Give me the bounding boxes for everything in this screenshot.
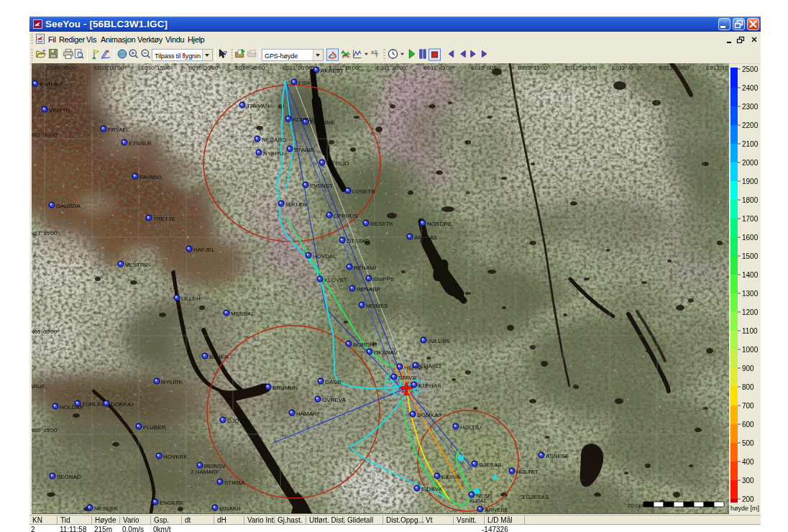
svg-text:AKREST: AKREST [321, 68, 344, 74]
svg-text:SEGNAD: SEGNAD [57, 474, 81, 480]
svg-text:VINSTR: VINSTR [49, 107, 70, 114]
svg-text:1100: 1100 [742, 327, 758, 335]
svg-text:GJOVIK: GJOVIK [227, 418, 249, 424]
svg-text:RENABR: RENABR [357, 286, 381, 293]
svg-text:NEGARD: NEGARD [262, 137, 286, 143]
svg-text:E010°45'00": E010°45'00" [235, 65, 267, 71]
svg-text:E012°30'00": E012°30'00" [565, 65, 597, 71]
svg-text:BIRIKR: BIRIKR [209, 354, 229, 360]
svg-text:KOPPAN: KOPPAN [293, 116, 316, 123]
svg-text:E012°15'00": E012°15'00" [518, 65, 549, 71]
svg-text:2100: 2100 [742, 140, 759, 148]
svg-text:800: 800 [742, 383, 754, 391]
svg-text:1500: 1500 [742, 252, 759, 260]
svg-text:E011°45'00": E011°45'00" [423, 65, 455, 71]
svg-text:DOKKAJ: DOKKAJ [111, 401, 134, 408]
svg-text:LILLEH: LILLEH [181, 295, 201, 302]
svg-text:EIDIVA: EIDIVA [441, 474, 460, 480]
svg-text:JULUSS: JULUSS [428, 338, 450, 344]
svg-text:KVAMKR: KVAMKR [40, 81, 63, 88]
svg-text:1000: 1000 [742, 346, 759, 354]
svg-text:2500: 2500 [742, 65, 759, 73]
svg-text:OKSNAV: OKSNAV [374, 349, 398, 356]
svg-text:STAVS: STAVS [398, 375, 416, 381]
svg-text:N61°00'00": N61°00'00" [32, 329, 59, 335]
svg-text:300: 300 [742, 477, 754, 485]
svg-text:DESETK: DESETK [370, 221, 394, 227]
svg-text:1300: 1300 [742, 290, 759, 298]
svg-text:SNIPPS: SNIPPS [373, 276, 394, 283]
svg-text:NYKIRK: NYKIRK [161, 379, 183, 385]
svg-text:400: 400 [742, 458, 754, 466]
svg-text:NETSJO: NETSJO [326, 160, 349, 167]
svg-text:N60°45'00": N60°45'00" [32, 427, 59, 434]
svg-text:EVENST: EVENST [310, 183, 333, 189]
svg-text:1400: 1400 [742, 271, 759, 279]
svg-text:E012°00'00": E012°00'00" [471, 65, 503, 71]
svg-text:EINAKR: EINAKR [219, 505, 241, 512]
svg-text:HAFJEL: HAFJEL [193, 247, 215, 253]
svg-text:T: T [375, 54, 378, 58]
svg-text:FAVANG: FAVANG [139, 174, 162, 180]
svg-text:HOLTSJ: HOLTSJ [460, 424, 482, 431]
svg-text:2300: 2300 [742, 103, 759, 111]
svg-text:E010°30'00": E010°30'00" [188, 65, 220, 71]
svg-text:TORLEV: TORLEV [82, 401, 106, 408]
svg-text:KLOVST: KLOVST [324, 277, 347, 283]
svg-text:3: 3 [375, 50, 377, 54]
svg-text:TRYVAN: TRYVAN [247, 103, 270, 109]
svg-text:500: 500 [742, 439, 754, 447]
svg-text:ARASAS: ARASAS [414, 234, 437, 241]
svg-text:600: 600 [742, 421, 754, 428]
svg-text:DOMKAJ: DOMKAJ [417, 412, 441, 418]
svg-text:FLISA1: FLISA1 [469, 498, 486, 503]
svg-text:3.GJESAS: 3.GJESAS [521, 494, 549, 500]
svg-text:2200: 2200 [742, 121, 759, 129]
svg-text:ASNESF: ASNESF [546, 453, 569, 459]
svg-text:E013°15'00": E013°15'00" [706, 65, 729, 71]
svg-text:NORDRE: NORDRE [427, 221, 452, 227]
svg-text:FRYAFL: FRYAFL [108, 127, 129, 133]
svg-text:FLUBER: FLUBER [143, 424, 166, 431]
svg-text:HEIMES: HEIMES [366, 303, 388, 309]
svg-text:E010°00'00": E010°00'00" [94, 65, 126, 71]
svg-text:STIKBA: STIKBA [224, 480, 245, 486]
svg-text:GAUSDA: GAUSDA [56, 203, 81, 209]
svg-text:HOVKRK: HOVKRK [163, 454, 188, 460]
svg-text:NORDHJ: NORDHJ [353, 341, 377, 348]
svg-text:1200: 1200 [742, 308, 759, 316]
svg-text:OVREVA: OVREVA [322, 397, 346, 403]
svg-text:OPPHUS: OPPHUS [334, 213, 358, 219]
svg-text:VESTRE: VESTRE [125, 262, 148, 268]
svg-text:MESNAL: MESNAL [231, 311, 255, 317]
svg-text:STAIBR: STAIBR [294, 147, 315, 153]
svg-text:?: ? [223, 50, 227, 57]
svg-text:NESKRK: NESKRK [94, 505, 119, 512]
svg-text:BRUMUN: BRUMUN [272, 385, 298, 391]
svg-text:HOVDAL: HOVDAL [313, 253, 336, 260]
svg-text:1600: 1600 [742, 234, 759, 242]
svg-text:E010°15'00": E010°15'00" [141, 65, 173, 71]
svg-text:BRUF..: BRUF.. [32, 383, 47, 390]
svg-text:TRETTE: TRETTE [153, 216, 175, 222]
svg-text:FISKVI: FISKVI [298, 80, 316, 86]
svg-text:HOLTET: HOLTET [516, 469, 539, 475]
svg-text:200: 200 [742, 495, 754, 503]
svg-text:N61°15'00": N61°15'00" [32, 230, 59, 237]
svg-text:E011°00'00": E011°00'00" [283, 65, 314, 71]
svg-text:NYBRU: NYBRU [263, 150, 283, 157]
svg-text:2.HAMARF: 2.HAMARF [191, 469, 220, 475]
svg-text:HAMARF: HAMARF [296, 411, 321, 417]
svg-text:ETNSLR: ETNSLR [129, 140, 152, 147]
svg-text:E009°45'00": E009°45'00" [47, 65, 78, 71]
svg-text:RENAMI: RENAMI [354, 265, 376, 271]
svg-text:E011°30'00": E011°30'00" [377, 65, 408, 71]
svg-text:EIDSVA: EIDSVA [421, 486, 442, 492]
svg-text:E012°45'00": E012°45'00" [612, 65, 643, 71]
svg-text:MIKLEB: MIKLEB [285, 201, 306, 208]
svg-text:N61°30'00": N61°30'00" [32, 132, 59, 138]
svg-text:CHARLI: CHARLI [420, 363, 441, 370]
svg-text:700: 700 [742, 402, 754, 410]
svg-text:E013°00'00": E013°00'00" [659, 65, 691, 71]
svg-text:1900: 1900 [742, 178, 759, 185]
